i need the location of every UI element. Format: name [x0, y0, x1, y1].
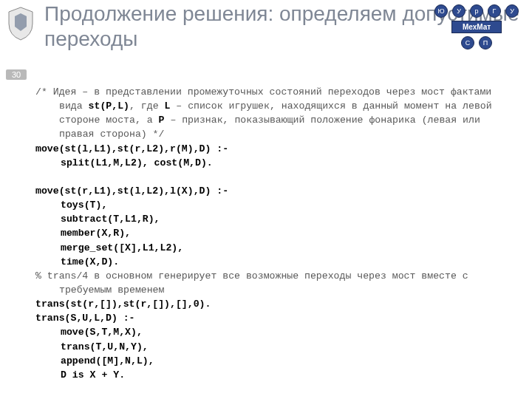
code-line: merge_set([X],L1,L2),: [35, 241, 517, 255]
code-line: move(st(l,L1),st(r,L2),r(M),D) :-: [35, 142, 517, 156]
code-line: toys(T),: [35, 198, 517, 212]
circle-node: У: [452, 4, 466, 18]
org-diagram: Ю У р Г У МехМат С П: [429, 4, 525, 52]
circle-node: Ю: [434, 4, 448, 18]
code-blank: [35, 170, 517, 184]
code-line: trans(S,U,L,D) :-: [35, 311, 517, 325]
box-node: МехМат: [451, 21, 502, 33]
code-comment: /* Идея – в представлении промежуточных …: [35, 85, 517, 142]
code-line: append([M],N,L),: [35, 354, 517, 368]
circle-node: П: [479, 36, 492, 50]
circle-node: р: [470, 4, 483, 18]
code-line: move(st(r,L1),st(l,L2),l(X),D) :-: [35, 184, 517, 198]
code-comment: % trans/4 в основном генерирует все возм…: [35, 269, 517, 297]
code-line: member(X,R),: [35, 226, 517, 240]
circle-node: У: [505, 4, 519, 18]
code-line: trans(st(r,[]),st(r,[]),[],0).: [35, 297, 517, 311]
code-line: subtract(T,L1,R),: [35, 212, 517, 226]
circle-node: С: [461, 36, 474, 50]
circle-node: Г: [488, 4, 501, 18]
diagram-bottom-row: С П: [429, 36, 525, 50]
diagram-mid-row: МехМат: [429, 21, 525, 33]
code-block: /* Идея – в представлении промежуточных …: [35, 85, 517, 382]
code-line: split(L1,M,L2), cost(M,D).: [35, 156, 517, 170]
code-line: trans(T,U,N,Y),: [35, 340, 517, 354]
diagram-top-row: Ю У р Г У: [429, 4, 525, 18]
page-number-badge: 30: [6, 69, 27, 80]
code-line: D is X + Y.: [35, 368, 517, 382]
code-line: time(X,D).: [35, 255, 517, 269]
code-line: move(S,T,M,X),: [35, 325, 517, 339]
shield-logo-icon: [6, 6, 35, 41]
